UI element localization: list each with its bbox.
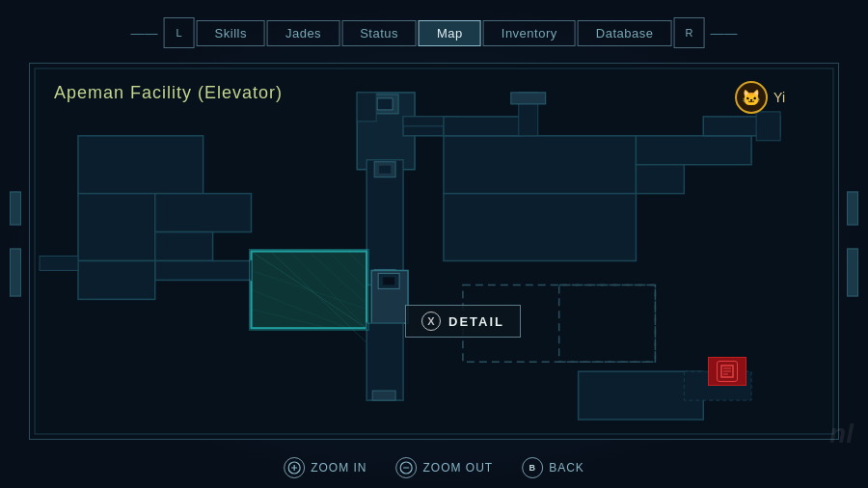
svg-rect-10	[78, 194, 155, 261]
nav-item-skills[interactable]: Skills	[197, 20, 265, 46]
svg-rect-12	[155, 232, 213, 261]
svg-rect-29	[636, 165, 684, 194]
back-button[interactable]: B	[522, 457, 543, 478]
bottom-action-bar: ZOOM IN ZOOM OUT B BACK	[284, 457, 584, 478]
svg-rect-6	[379, 166, 391, 174]
svg-rect-26	[383, 277, 394, 285]
svg-rect-47	[511, 93, 546, 104]
svg-rect-43	[756, 112, 780, 141]
svg-rect-28	[636, 136, 751, 165]
map-title: Apeman Facility (Elevator)	[54, 83, 283, 103]
nav-left-bracket: ——	[131, 25, 158, 41]
x-button-icon: X	[421, 312, 441, 331]
zoom-out-label: ZOOM OUT	[422, 461, 493, 474]
svg-rect-44	[40, 256, 78, 270]
svg-rect-4	[366, 160, 403, 285]
side-deco-right	[847, 192, 858, 297]
svg-rect-11	[155, 194, 252, 232]
map-container: Apeman Facility (Elevator) 🐱 Yi	[29, 63, 839, 440]
nav-right-icon[interactable]: R	[673, 17, 704, 48]
nav-item-jades[interactable]: Jades	[267, 20, 339, 46]
svg-rect-9	[78, 136, 203, 194]
svg-rect-27	[444, 136, 636, 194]
svg-rect-32	[559, 285, 656, 362]
nav-item-database[interactable]: Database	[578, 20, 672, 46]
zoom-out-button[interactable]	[395, 457, 417, 478]
back-action[interactable]: B BACK	[522, 457, 584, 478]
nav-bar: —— L Skills Jades Status Map Inventory D…	[131, 17, 738, 48]
back-label: BACK	[549, 461, 584, 474]
nav-right-bracket: ——	[710, 25, 737, 41]
red-map-marker	[708, 357, 746, 386]
yi-avatar: 🐱	[735, 81, 768, 114]
zoom-in-button[interactable]	[284, 457, 305, 478]
svg-rect-38	[78, 260, 155, 299]
svg-rect-30	[444, 194, 636, 261]
side-deco-left	[10, 192, 21, 297]
watermark: nl	[829, 419, 854, 449]
svg-rect-45	[357, 93, 376, 122]
detail-label: DETAIL	[448, 314, 504, 329]
yi-character-icon: 🐱 Yi	[735, 81, 785, 114]
zoom-in-label: ZOOM IN	[311, 461, 366, 474]
yi-label: Yi	[773, 90, 785, 105]
nav-left-icon[interactable]: L	[164, 17, 195, 48]
svg-rect-35	[366, 323, 403, 400]
detail-button[interactable]: X DETAIL	[405, 305, 521, 338]
zoom-in-action[interactable]: ZOOM IN	[284, 457, 366, 478]
svg-rect-3	[377, 98, 393, 110]
svg-rect-36	[372, 391, 395, 400]
svg-rect-41	[444, 117, 521, 136]
svg-rect-37	[155, 260, 252, 280]
nav-item-map[interactable]: Map	[419, 20, 481, 46]
nav-item-inventory[interactable]: Inventory	[483, 20, 576, 46]
zoom-out-action[interactable]: ZOOM OUT	[395, 457, 493, 478]
nav-item-status[interactable]: Status	[341, 20, 417, 46]
red-marker-icon	[717, 361, 738, 382]
